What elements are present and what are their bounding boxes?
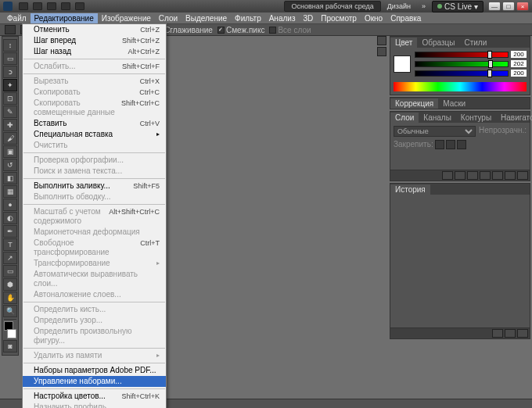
- screen-mode-icon[interactable]: [61, 2, 70, 10]
- new-layer-icon[interactable]: [505, 171, 516, 180]
- gradient-tool[interactable]: ▦: [3, 185, 17, 198]
- menu-item: Свободное трансформированиеCtrl+T: [23, 238, 166, 258]
- trash-icon[interactable]: [517, 171, 528, 180]
- b-slider[interactable]: [415, 70, 509, 77]
- wand-tool[interactable]: ✦: [3, 79, 17, 91]
- zoom-tool[interactable]: 🔍: [3, 305, 17, 317]
- color-swatch[interactable]: [394, 55, 411, 73]
- maximize-button[interactable]: □: [502, 2, 515, 11]
- g-value[interactable]: 202: [511, 60, 527, 67]
- shape-tool[interactable]: ▭: [3, 265, 17, 277]
- link-icon[interactable]: [442, 171, 453, 180]
- eraser-tool[interactable]: ◧: [3, 172, 17, 184]
- tool-preset-icon[interactable]: [5, 25, 16, 34]
- menu-редактирование[interactable]: Редактирование: [31, 13, 98, 23]
- close-button[interactable]: ×: [516, 2, 529, 11]
- panel-column: ЦветОбразцыСтили 200 202 200 КоррекцияМа…: [390, 36, 530, 339]
- workspace-more-icon[interactable]: »: [417, 2, 430, 10]
- history-panel: История: [390, 183, 530, 339]
- fg-bg-colors[interactable]: [4, 321, 16, 338]
- lock-all-icon[interactable]: [457, 140, 466, 149]
- tab-history[interactable]: История: [390, 184, 430, 195]
- path-tool[interactable]: ↗: [3, 252, 17, 264]
- extras-icon[interactable]: [75, 2, 84, 10]
- menu-item[interactable]: ОтменитьCtrl+Z: [23, 24, 166, 35]
- layout-icon[interactable]: [47, 2, 56, 10]
- cslive-dot-icon: [437, 4, 442, 9]
- menu-item[interactable]: Специальная вставка: [23, 129, 166, 140]
- all-layers-checkbox[interactable]: Все слои: [269, 26, 311, 34]
- menu-item: Марионеточная деформация: [23, 227, 166, 238]
- menu-просмотр[interactable]: Просмотр: [317, 13, 361, 23]
- menu-окно[interactable]: Окно: [361, 13, 386, 23]
- eyedropper-tool[interactable]: ✎: [3, 106, 17, 118]
- workspace-selector[interactable]: Основная рабочая среда: [284, 1, 380, 12]
- move-tool[interactable]: ↕: [3, 39, 17, 52]
- blur-tool[interactable]: ●: [3, 199, 17, 211]
- tab-adjustments[interactable]: Коррекция: [390, 98, 438, 109]
- crop-tool[interactable]: ⊡: [3, 92, 17, 105]
- lasso-tool[interactable]: ɔ: [3, 66, 17, 78]
- b-value[interactable]: 200: [511, 70, 527, 77]
- tab-channels[interactable]: Каналы: [419, 113, 456, 123]
- spectrum-bar[interactable]: [394, 82, 527, 91]
- 3d-tool[interactable]: ⬢: [3, 278, 17, 291]
- tab-layers[interactable]: Слои: [390, 113, 419, 123]
- tab-navigator[interactable]: Навигатор: [496, 113, 532, 123]
- pen-tool[interactable]: ✒: [3, 225, 17, 238]
- menu-фильтр[interactable]: Фильтр: [231, 13, 265, 23]
- menu-item: Выполнить обводку...: [23, 191, 166, 202]
- menu-слои[interactable]: Слои: [155, 13, 182, 23]
- tab-paths[interactable]: Контуры: [456, 113, 496, 123]
- mask-icon[interactable]: [467, 171, 478, 180]
- menu-item[interactable]: Управление наборами...: [23, 376, 166, 387]
- r-value[interactable]: 200: [511, 51, 527, 58]
- menu-анализ[interactable]: Анализ: [265, 13, 300, 23]
- adjust-icon[interactable]: [480, 171, 491, 180]
- menu-справка[interactable]: Справка: [386, 13, 425, 23]
- collapsed-panel-icon[interactable]: [377, 36, 386, 45]
- menu-item[interactable]: Выполнить заливку...Shift+F5: [23, 181, 166, 191]
- type-tool[interactable]: T: [3, 238, 17, 251]
- menu-файл[interactable]: Файл: [3, 13, 31, 23]
- menu-item[interactable]: Настройка цветов...Shift+Ctrl+K: [23, 391, 166, 402]
- menu-item[interactable]: Шаг назадAlt+Ctrl+Z: [23, 46, 166, 57]
- menu-item[interactable]: Наборы параметров Adobe PDF...: [23, 365, 166, 376]
- collapsed-panel-icon[interactable]: [377, 47, 386, 56]
- contiguous-checkbox[interactable]: ✓Смеж.пикс: [217, 26, 265, 34]
- lock-position-icon[interactable]: [446, 140, 455, 149]
- menu-выделение[interactable]: Выделение: [182, 13, 231, 23]
- g-slider[interactable]: [415, 61, 509, 67]
- menu-item[interactable]: Шаг впередShift+Ctrl+Z: [23, 35, 166, 46]
- heal-tool[interactable]: ✚: [3, 119, 17, 131]
- lock-pixels-icon[interactable]: [435, 140, 444, 149]
- group-icon[interactable]: [492, 171, 503, 180]
- new-snapshot-icon[interactable]: [492, 329, 503, 338]
- tab-masks[interactable]: Маски: [438, 98, 470, 109]
- menu-item: Определить произвольную фигуру...: [23, 326, 166, 346]
- quickmask-tool[interactable]: ◙: [3, 340, 17, 353]
- history-brush-tool[interactable]: ↺: [3, 159, 17, 171]
- new-doc-icon[interactable]: [505, 329, 516, 338]
- trash-icon[interactable]: [517, 329, 528, 338]
- tab-color[interactable]: Цвет: [390, 38, 417, 48]
- menu-изображение[interactable]: Изображение: [98, 13, 155, 23]
- bridge-icon[interactable]: [19, 2, 28, 10]
- r-slider[interactable]: [415, 52, 509, 58]
- hand-tool[interactable]: ✋: [3, 292, 17, 304]
- titlebar-quick-icons: [19, 2, 84, 10]
- minibridge-icon[interactable]: [33, 2, 42, 10]
- tab-styles[interactable]: Стили: [459, 38, 491, 48]
- design-workspace[interactable]: Дизайн: [383, 2, 415, 10]
- menu-item[interactable]: ВставитьCtrl+V: [23, 118, 166, 129]
- fx-icon[interactable]: [455, 171, 466, 180]
- dodge-tool[interactable]: ◐: [3, 212, 17, 224]
- menu-3d[interactable]: 3D: [299, 13, 317, 23]
- tab-swatches[interactable]: Образцы: [417, 38, 459, 48]
- marquee-tool[interactable]: ▭: [3, 52, 17, 65]
- brush-tool[interactable]: 🖌: [3, 132, 17, 145]
- stamp-tool[interactable]: ▣: [3, 145, 17, 158]
- blend-mode-select[interactable]: Обычные: [394, 126, 476, 137]
- cslive-button[interactable]: CS Live▾: [432, 1, 483, 13]
- minimize-button[interactable]: —: [488, 2, 501, 11]
